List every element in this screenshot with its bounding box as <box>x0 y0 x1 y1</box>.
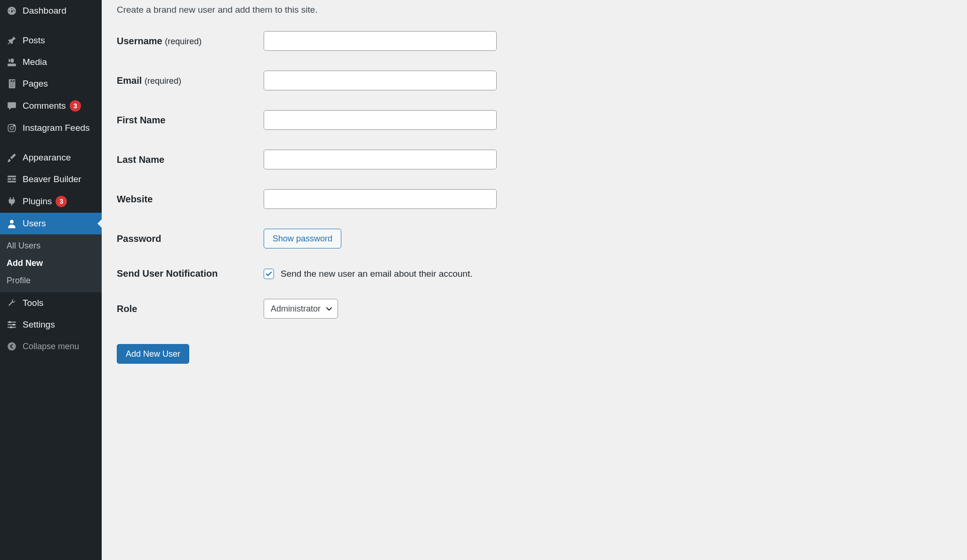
submenu-label: All Users <box>7 241 40 250</box>
sidebar-item-label: Users <box>23 218 46 229</box>
main-content: Create a brand new user and add them to … <box>102 0 967 560</box>
wrench-icon <box>6 298 18 308</box>
sidebar-item-media[interactable]: Media <box>0 51 102 73</box>
collapse-icon <box>6 341 18 352</box>
sidebar-item-plugins[interactable]: Plugins 3 <box>0 190 102 213</box>
sidebar-item-beaver[interactable]: Beaver Builder <box>0 168 102 190</box>
website-label: Website <box>117 194 264 205</box>
svg-rect-5 <box>8 178 11 180</box>
sidebar-item-label: Dashboard <box>23 6 66 16</box>
brush-icon <box>6 152 18 163</box>
sidebar-item-pages[interactable]: Pages <box>0 73 102 95</box>
password-label: Password <box>117 233 264 244</box>
lastname-input[interactable] <box>264 150 497 169</box>
svg-rect-7 <box>8 181 16 182</box>
menu-separator <box>0 139 102 147</box>
form-intro: Create a brand new user and add them to … <box>117 5 952 15</box>
svg-point-14 <box>10 326 12 328</box>
page-icon <box>6 79 18 89</box>
collapse-label: Collapse menu <box>23 342 79 352</box>
sidebar-item-label: Beaver Builder <box>23 174 81 184</box>
sidebar-item-appearance[interactable]: Appearance <box>0 147 102 168</box>
sidebar-item-label: Pages <box>23 79 48 89</box>
sidebar-item-label: Instagram Feeds <box>23 123 90 133</box>
role-select-value: Administrator <box>271 304 321 314</box>
role-select[interactable]: Administrator <box>264 299 338 319</box>
svg-point-12 <box>8 321 10 323</box>
svg-point-8 <box>10 220 14 224</box>
sidebar-item-comments[interactable]: Comments 3 <box>0 95 102 117</box>
role-label: Role <box>117 304 264 314</box>
firstname-input[interactable] <box>264 110 497 130</box>
sidebar-item-settings[interactable]: Settings <box>0 314 102 336</box>
sidebar-item-label: Media <box>23 57 47 67</box>
submenu-label: Profile <box>7 276 31 285</box>
sidebar-item-label: Comments <box>23 101 66 111</box>
comments-badge: 3 <box>70 100 81 112</box>
gauge-icon <box>6 6 18 16</box>
grid-icon <box>6 174 18 184</box>
user-icon <box>6 218 18 229</box>
sidebar-item-posts[interactable]: Posts <box>0 30 102 51</box>
sidebar-item-label: Settings <box>23 320 55 330</box>
menu-separator <box>0 22 102 30</box>
sliders-icon <box>6 320 18 330</box>
add-user-form: Username (required) Email (required) Fir… <box>117 31 952 364</box>
plug-icon <box>6 196 18 207</box>
chevron-down-icon <box>325 305 333 312</box>
plugins-badge: 3 <box>56 196 67 207</box>
collapse-menu-button[interactable]: Collapse menu <box>0 336 102 357</box>
sidebar-item-users[interactable]: Users <box>0 213 102 234</box>
show-password-button[interactable]: Show password <box>264 229 341 248</box>
svg-rect-6 <box>12 178 16 180</box>
sidebar-item-dashboard[interactable]: Dashboard <box>0 0 102 22</box>
sidebar-item-label: Plugins <box>23 196 52 207</box>
add-new-user-button[interactable]: Add New User <box>117 344 189 364</box>
email-input[interactable] <box>264 71 497 90</box>
submenu-label: Add New <box>7 258 43 268</box>
svg-point-2 <box>10 126 13 129</box>
instagram-icon <box>6 123 18 133</box>
send-notification-desc: Send the new user an email about their a… <box>281 269 473 279</box>
admin-sidebar: Dashboard Posts Media Pages Comments 3 <box>0 0 102 560</box>
sidebar-item-tools[interactable]: Tools <box>0 292 102 314</box>
username-input[interactable] <box>264 31 497 51</box>
submenu-item-all-users[interactable]: All Users <box>0 237 102 255</box>
submenu-item-add-new[interactable]: Add New <box>0 255 102 272</box>
svg-point-15 <box>8 342 16 351</box>
sidebar-item-label: Tools <box>23 298 43 308</box>
sidebar-item-instagram[interactable]: Instagram Feeds <box>0 117 102 139</box>
pin-icon <box>6 35 18 46</box>
comment-icon <box>6 101 18 111</box>
username-label: Username (required) <box>117 36 264 47</box>
users-submenu: All Users Add New Profile <box>0 234 102 292</box>
website-input[interactable] <box>264 189 497 209</box>
firstname-label: First Name <box>117 115 264 126</box>
send-notification-checkbox[interactable] <box>264 269 274 279</box>
svg-point-13 <box>13 324 15 326</box>
submenu-item-profile[interactable]: Profile <box>0 272 102 289</box>
svg-point-3 <box>14 125 15 126</box>
sidebar-item-label: Appearance <box>23 152 71 163</box>
lastname-label: Last Name <box>117 154 264 165</box>
sidebar-item-label: Posts <box>23 35 45 46</box>
media-icon <box>6 57 18 67</box>
check-icon <box>265 270 273 278</box>
email-label: Email (required) <box>117 75 264 86</box>
svg-rect-4 <box>8 176 16 177</box>
send-notification-label: Send User Notification <box>117 268 264 279</box>
